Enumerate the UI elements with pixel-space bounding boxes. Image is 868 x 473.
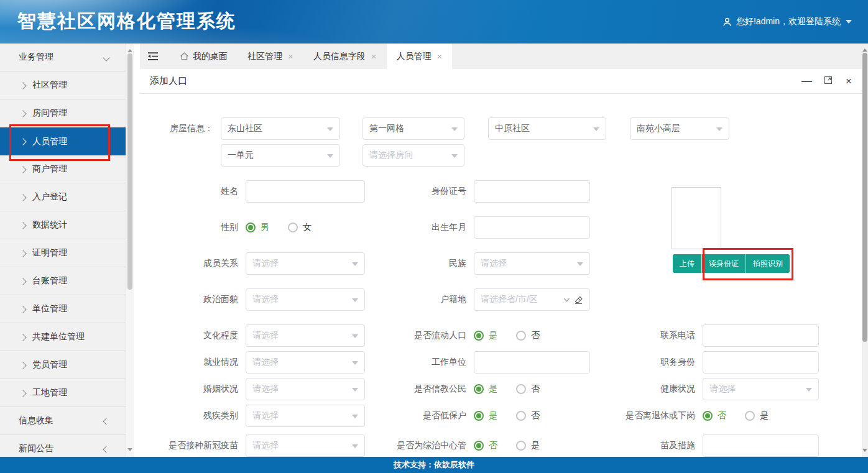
sidebar-item-merchant[interactable]: 商户管理 (0, 155, 126, 183)
vaccine-select[interactable]: 请选择 (246, 434, 365, 457)
sidebar-group-news[interactable]: 新闻公告 (0, 435, 126, 457)
employment-select[interactable]: 请选择 (246, 351, 365, 374)
close-tab-icon[interactable]: × (371, 52, 377, 61)
tab-personnel-fields[interactable]: 人员信息字段 × (303, 44, 387, 69)
retired-yes-label[interactable]: 是 (760, 410, 769, 421)
floating-yes-radio[interactable] (474, 331, 484, 341)
field-label: 政治面貌 (140, 294, 246, 305)
sidebar-item-community[interactable]: 社区管理 (0, 71, 126, 99)
low-income-yes-radio[interactable] (474, 411, 484, 421)
sidebar-scrollbar-thumb[interactable] (127, 53, 132, 290)
floating-no-radio[interactable] (516, 331, 526, 341)
scroll-up-icon[interactable] (862, 46, 867, 52)
caret-down-icon (352, 388, 358, 395)
low-income-no-label[interactable]: 否 (531, 410, 540, 421)
sidebar-item-certificate[interactable]: 证明管理 (0, 239, 126, 267)
chevron-right-icon (19, 138, 26, 145)
religion-yes-label[interactable]: 是 (489, 383, 497, 395)
room-select[interactable]: 请选择房间 (362, 144, 464, 167)
sidebar-group-info-collect[interactable]: 信息收集 (0, 407, 126, 435)
sidebar-scrollbar[interactable] (126, 44, 134, 457)
upload-button[interactable]: 上传 (673, 254, 702, 273)
relation-select[interactable]: 请选择 (246, 252, 365, 275)
building-select[interactable]: 南苑小高层 (630, 117, 729, 140)
education-select[interactable]: 请选择 (246, 324, 365, 347)
main-scrollbar-thumb[interactable] (862, 53, 867, 342)
floating-no-label[interactable]: 否 (531, 330, 540, 341)
read-idcard-button[interactable]: 读身份证 (702, 254, 746, 273)
close-panel-button[interactable]: × (846, 76, 852, 86)
photo-recognize-button[interactable]: 拍照识别 (746, 254, 790, 273)
community-select[interactable]: 东山社区 (221, 117, 340, 140)
grid-select[interactable]: 第一网格 (362, 117, 464, 140)
scroll-down-icon[interactable] (127, 448, 132, 454)
marriage-select[interactable]: 请选择 (246, 378, 365, 400)
sidebar-item-label: 工地管理 (32, 387, 67, 398)
household-region-select[interactable]: 请选择省/市/区 (474, 288, 590, 311)
eraser-icon[interactable] (574, 295, 583, 305)
gender-male-radio[interactable] (246, 223, 256, 232)
center-managed-yes-radio[interactable] (516, 441, 526, 451)
work-unit-input[interactable] (474, 351, 590, 374)
sidebar-item-construction[interactable]: 工地管理 (0, 379, 126, 407)
chevron-right-icon (19, 278, 26, 285)
low-income-no-radio[interactable] (516, 411, 526, 421)
gender-female-label[interactable]: 女 (303, 222, 312, 233)
sidebar-item-ledger[interactable]: 台账管理 (0, 267, 126, 295)
photo-preview-box[interactable] (672, 187, 721, 249)
religion-no-label[interactable]: 否 (531, 383, 540, 395)
phone-field-row: 联系电话 (575, 324, 819, 347)
sidebar-group-business[interactable]: 业务管理 (0, 44, 126, 71)
center-managed-no-label[interactable]: 否 (489, 440, 497, 451)
gender-female-radio[interactable] (288, 223, 298, 232)
ethnic-select[interactable]: 请选择 (474, 252, 590, 275)
tab-label: 人员信息字段 (313, 51, 366, 62)
political-select[interactable]: 请选择 (246, 288, 365, 311)
field-label: 姓名 (140, 186, 246, 197)
sidebar-item-household-reg[interactable]: 入户登记 (0, 183, 126, 211)
sidebar-item-unit[interactable]: 单位管理 (0, 295, 126, 323)
low-income-yes-label[interactable]: 是 (489, 410, 497, 421)
sidebar-item-label: 社区管理 (32, 80, 67, 91)
religion-field-row: 是否信教公民 是 否 (379, 378, 558, 400)
collapse-menu-icon[interactable] (147, 52, 159, 61)
caret-down-icon (352, 334, 358, 341)
sub-community-select[interactable]: 中原社区 (488, 117, 606, 140)
duty-input[interactable] (703, 351, 819, 374)
floating-yes-label[interactable]: 是 (489, 330, 497, 341)
retired-yes-radio[interactable] (745, 411, 755, 421)
main-content: 我的桌面 社区管理 × 人员信息字段 × 人员管理 × 添加人口 — (134, 44, 862, 457)
sidebar-item-joint-unit[interactable]: 共建单位管理 (0, 323, 126, 351)
sidebar-item-statistics[interactable]: 数据统计 (0, 211, 126, 239)
close-tab-icon[interactable]: × (437, 52, 443, 61)
health-select[interactable]: 请选择 (703, 378, 819, 400)
religion-no-radio[interactable] (516, 384, 526, 394)
retired-no-label[interactable]: 否 (718, 410, 726, 421)
scroll-up-icon[interactable] (127, 47, 132, 52)
scroll-down-icon[interactable] (862, 449, 867, 454)
main-scrollbar[interactable] (862, 44, 868, 457)
field-label: 文化程度 (140, 330, 246, 341)
tab-community-mgmt[interactable]: 社区管理 × (238, 44, 303, 69)
maximize-button[interactable] (823, 75, 833, 87)
birth-input[interactable] (474, 216, 590, 239)
user-menu[interactable]: 您好!admin，欢迎登陆系统 (722, 16, 852, 27)
idcard-input[interactable] (474, 180, 590, 203)
name-input[interactable] (246, 180, 365, 203)
tab-my-desktop[interactable]: 我的桌面 (170, 44, 238, 69)
sidebar-item-party-member[interactable]: 党员管理 (0, 351, 126, 379)
retired-no-radio[interactable] (703, 411, 713, 421)
close-tab-icon[interactable]: × (288, 52, 293, 61)
sidebar-item-personnel[interactable]: 人员管理 (0, 127, 126, 155)
disability-select[interactable]: 请选择 (246, 405, 365, 427)
gender-male-label[interactable]: 男 (261, 222, 269, 233)
center-managed-no-radio[interactable] (474, 441, 484, 451)
tab-personnel-mgmt[interactable]: 人员管理 × (387, 44, 453, 69)
center-managed-yes-label[interactable]: 是 (531, 440, 540, 451)
measures-input[interactable] (703, 434, 819, 457)
unit-select[interactable]: 一单元 (221, 144, 340, 167)
minimize-button[interactable]: — (801, 76, 811, 86)
sidebar-item-room[interactable]: 房间管理 (0, 99, 126, 127)
religion-yes-radio[interactable] (474, 384, 484, 394)
phone-input[interactable] (703, 324, 819, 347)
